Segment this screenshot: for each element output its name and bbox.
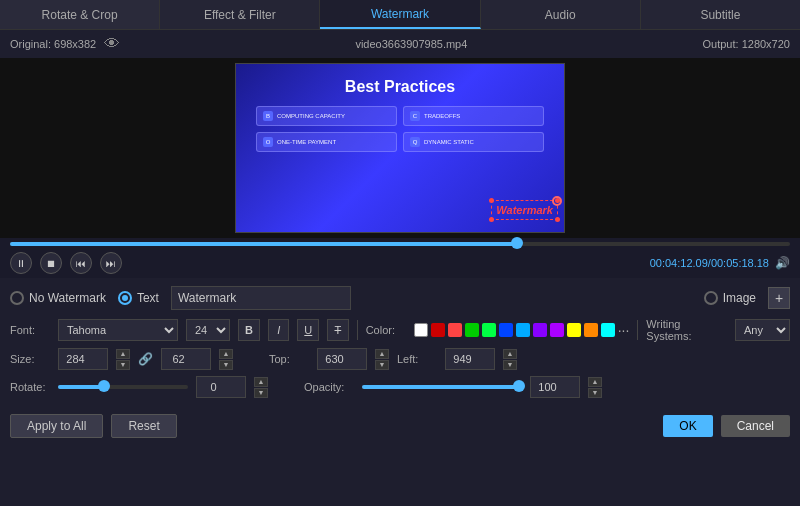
card-3: O ONE-TIME PAYMENT bbox=[256, 132, 397, 152]
image-add-button[interactable]: + bbox=[768, 287, 790, 309]
opacity-slider[interactable] bbox=[362, 385, 522, 389]
opacity-input[interactable] bbox=[530, 376, 580, 398]
opacity-fill bbox=[362, 385, 519, 389]
size-width-down[interactable]: ▼ bbox=[116, 360, 130, 370]
size-width-spinner[interactable]: ▲ ▼ bbox=[116, 349, 130, 370]
radio-text[interactable]: Text bbox=[118, 291, 159, 305]
size-height-input[interactable] bbox=[161, 348, 211, 370]
radio-no-watermark[interactable]: No Watermark bbox=[10, 291, 106, 305]
video-preview: Best Practices B COMPUTING CAPACITY C TR… bbox=[235, 63, 565, 233]
rotate-fill bbox=[58, 385, 104, 389]
ok-button[interactable]: OK bbox=[663, 415, 712, 437]
opacity-label: Opacity: bbox=[304, 381, 354, 393]
swatch-green2[interactable] bbox=[482, 323, 496, 337]
swatch-cyan[interactable] bbox=[601, 323, 615, 337]
top-down[interactable]: ▼ bbox=[375, 360, 389, 370]
bold-button[interactable]: B bbox=[238, 319, 260, 341]
radio-text-circle[interactable] bbox=[118, 291, 132, 305]
rotate-up[interactable]: ▲ bbox=[254, 377, 268, 387]
swatch-white[interactable] bbox=[414, 323, 428, 337]
rotate-thumb[interactable] bbox=[98, 380, 110, 392]
size-height-up[interactable]: ▲ bbox=[219, 349, 233, 359]
watermark-text-input[interactable] bbox=[171, 286, 351, 310]
progress-thumb[interactable] bbox=[511, 237, 523, 249]
watermark-overlay[interactable]: Watermark bbox=[491, 200, 558, 220]
volume-icon[interactable]: 🔊 bbox=[775, 256, 790, 270]
swatch-purple2[interactable] bbox=[550, 323, 564, 337]
underline-button[interactable]: U bbox=[297, 319, 319, 341]
text-label: Text bbox=[137, 291, 159, 305]
swatch-red1[interactable] bbox=[431, 323, 445, 337]
pause-button[interactable]: ⏸ bbox=[10, 252, 32, 274]
font-family-select[interactable]: Tahoma Arial Times New Roman bbox=[58, 319, 178, 341]
opacity-slider-container[interactable] bbox=[362, 385, 522, 389]
cancel-button[interactable]: Cancel bbox=[721, 415, 790, 437]
size-row: Size: ▲ ▼ 🔗 ▲ ▼ Top: ▲ ▼ Left: ▲ ▼ bbox=[10, 348, 790, 370]
radio-no-watermark-circle[interactable] bbox=[10, 291, 24, 305]
progress-fill bbox=[10, 242, 517, 246]
wm-type-row: No Watermark Text Image + bbox=[10, 286, 790, 310]
rotate-slider-container[interactable] bbox=[58, 385, 188, 389]
video-container: Best Practices B COMPUTING CAPACITY C TR… bbox=[0, 58, 800, 238]
swatch-blue2[interactable] bbox=[516, 323, 530, 337]
size-height-down[interactable]: ▼ bbox=[219, 360, 233, 370]
left-label: Left: bbox=[397, 353, 437, 365]
image-label: Image bbox=[723, 291, 756, 305]
link-dimensions-icon[interactable]: 🔗 bbox=[138, 352, 153, 366]
font-size-select[interactable]: 24 12 18 36 bbox=[186, 319, 230, 341]
left-input[interactable] bbox=[445, 348, 495, 370]
size-width-up[interactable]: ▲ bbox=[116, 349, 130, 359]
swatch-purple1[interactable] bbox=[533, 323, 547, 337]
size-width-input[interactable] bbox=[58, 348, 108, 370]
controls-row: ⏸ ⏹ ⏮ ⏭ 00:04:12.09/00:05:18.18 🔊 bbox=[0, 248, 800, 278]
left-up[interactable]: ▲ bbox=[503, 349, 517, 359]
writing-systems-select[interactable]: Any Latin CJK Arabic bbox=[735, 319, 790, 341]
opacity-thumb[interactable] bbox=[513, 380, 525, 392]
radio-image-circle[interactable] bbox=[704, 291, 718, 305]
video-title: Best Practices bbox=[236, 78, 564, 96]
strikethrough-button[interactable]: T bbox=[327, 319, 349, 341]
eye-icon[interactable]: 👁 bbox=[104, 35, 120, 53]
tab-audio[interactable]: Audio bbox=[481, 0, 641, 29]
rotate-down[interactable]: ▼ bbox=[254, 388, 268, 398]
opacity-up[interactable]: ▲ bbox=[588, 377, 602, 387]
swatch-green1[interactable] bbox=[465, 323, 479, 337]
swatch-blue1[interactable] bbox=[499, 323, 513, 337]
more-colors-button[interactable]: ··· bbox=[618, 322, 630, 338]
tab-subtitle[interactable]: Subtitle bbox=[641, 0, 800, 29]
top-up[interactable]: ▲ bbox=[375, 349, 389, 359]
reset-button[interactable]: Reset bbox=[111, 414, 176, 438]
seekbar[interactable] bbox=[10, 242, 790, 246]
rotate-spinner[interactable]: ▲ ▼ bbox=[254, 377, 268, 398]
swatch-red2[interactable] bbox=[448, 323, 462, 337]
left-spinner[interactable]: ▲ ▼ bbox=[503, 349, 517, 370]
opacity-spinner[interactable]: ▲ ▼ bbox=[588, 377, 602, 398]
top-input[interactable] bbox=[317, 348, 367, 370]
font-row: Font: Tahoma Arial Times New Roman 24 12… bbox=[10, 318, 790, 342]
tab-bar: Rotate & Crop Effect & Filter Watermark … bbox=[0, 0, 800, 30]
swatch-orange[interactable] bbox=[584, 323, 598, 337]
watermark-text: Watermark bbox=[496, 204, 553, 216]
opacity-down[interactable]: ▼ bbox=[588, 388, 602, 398]
info-bar: Original: 698x382 👁 video3663907985.mp4 … bbox=[0, 30, 800, 58]
radio-image[interactable]: Image bbox=[704, 291, 756, 305]
output-resolution: Output: 1280x720 bbox=[703, 38, 790, 50]
rotate-slider[interactable] bbox=[58, 385, 188, 389]
next-button[interactable]: ⏭ bbox=[100, 252, 122, 274]
apply-to-all-button[interactable]: Apply to All bbox=[10, 414, 103, 438]
left-down[interactable]: ▼ bbox=[503, 360, 517, 370]
video-cards: B COMPUTING CAPACITY C TRADEOFFS O ONE-T… bbox=[236, 106, 564, 152]
time-display: 00:04:12.09/00:05:18.18 bbox=[650, 257, 769, 269]
watermark-handle[interactable] bbox=[552, 196, 562, 206]
stop-button[interactable]: ⏹ bbox=[40, 252, 62, 274]
swatch-yellow[interactable] bbox=[567, 323, 581, 337]
tab-watermark[interactable]: Watermark bbox=[320, 0, 480, 29]
italic-button[interactable]: I bbox=[268, 319, 290, 341]
rotate-label: Rotate: bbox=[10, 381, 50, 393]
size-height-spinner[interactable]: ▲ ▼ bbox=[219, 349, 233, 370]
tab-rotate-crop[interactable]: Rotate & Crop bbox=[0, 0, 160, 29]
rotate-input[interactable] bbox=[196, 376, 246, 398]
top-spinner[interactable]: ▲ ▼ bbox=[375, 349, 389, 370]
tab-effect-filter[interactable]: Effect & Filter bbox=[160, 0, 320, 29]
prev-button[interactable]: ⏮ bbox=[70, 252, 92, 274]
